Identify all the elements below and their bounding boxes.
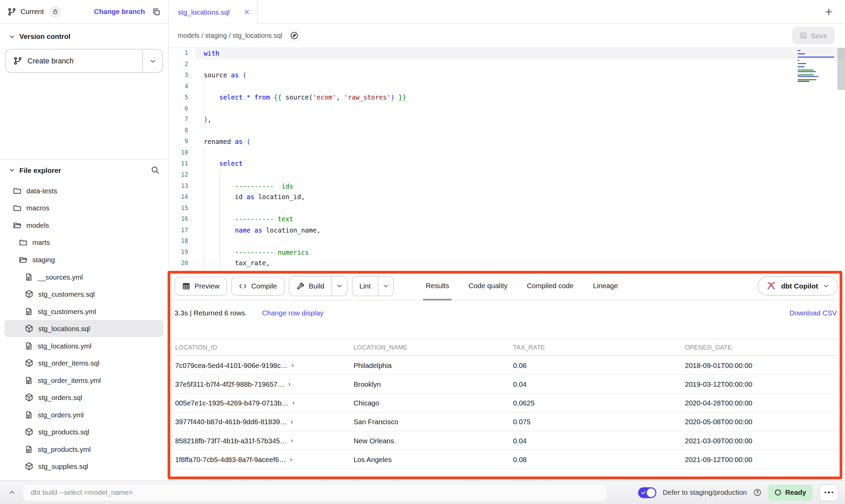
tree-item-stg-order-items-sql[interactable]: stg_order_items.sql	[4, 354, 164, 372]
table-row[interactable]: 1f8ffa70-7cb5-4d83-8a7f-9aceef6…›Los Ang…	[174, 450, 839, 469]
new-tab-button[interactable]	[825, 8, 833, 16]
defer-toggle[interactable]	[638, 487, 656, 498]
lineage-compass-icon[interactable]	[288, 29, 301, 42]
code-line-6[interactable]: 6	[169, 103, 845, 114]
tree-item-stg-customers-yml[interactable]: stg_customers.yml	[4, 302, 164, 320]
panel-tab-results[interactable]: Results	[423, 272, 452, 300]
help-icon[interactable]	[754, 488, 762, 496]
close-icon[interactable]	[244, 9, 250, 15]
code-line-17[interactable]: 17 name as location_name,	[169, 225, 845, 236]
code-line-12[interactable]: 12	[169, 169, 845, 180]
more-options-button[interactable]	[819, 484, 839, 501]
expand-row-chevron-icon[interactable]: ›	[291, 361, 294, 368]
tree-item-staging[interactable]: staging	[4, 251, 164, 268]
line-number: 8	[169, 125, 196, 136]
chevron-up-icon[interactable]	[9, 489, 16, 496]
cell-tax-rate: 0.04	[512, 436, 684, 445]
command-input[interactable]	[23, 484, 607, 500]
tree-item-stg-customers-sql[interactable]: stg_customers.sql	[4, 285, 164, 303]
expand-row-chevron-icon[interactable]: ›	[292, 399, 295, 406]
tree-item-stg-orders-yml[interactable]: stg_orders.yml	[4, 406, 164, 424]
lint-button[interactable]: Lint	[352, 277, 377, 295]
code-line-15[interactable]: 15	[169, 203, 845, 214]
compile-button[interactable]: Compile	[231, 277, 285, 295]
panel-tab-compiled-code[interactable]: Compiled code	[524, 272, 576, 300]
tree-item-stg-products-yml[interactable]: stg_products.yml	[4, 441, 164, 458]
create-branch-dropdown[interactable]	[142, 49, 162, 72]
main-area: stg_locations.sql models / staging / stg…	[169, 0, 845, 480]
file-explorer-header[interactable]: File explorer	[4, 164, 164, 177]
code-line-19[interactable]: 19 ---------- numerics	[169, 247, 845, 258]
model-file-icon	[25, 324, 33, 333]
tree-item-stg-orders-sql[interactable]: stg_orders.sql	[4, 389, 164, 406]
table-row[interactable]: 37e5f311-b7f4-4f2f-988b-719657…›Brooklyn…	[174, 375, 839, 394]
line-number: 9	[169, 136, 196, 147]
change-row-display-link[interactable]: Change row display	[262, 309, 324, 317]
code-line-18[interactable]: 18	[169, 236, 845, 247]
chevron-down-icon	[9, 33, 15, 40]
tree-item-stg-order-items-yml[interactable]: stg_order_items.yml	[4, 372, 164, 389]
panel-tab-code-quality[interactable]: Code quality	[466, 272, 510, 300]
change-branch-link[interactable]: Change branch	[94, 8, 145, 16]
version-control-header[interactable]: Version control	[4, 30, 164, 42]
table-row[interactable]: 858218fb-73f7-4b1b-a31f-57b345…›New Orle…	[174, 431, 839, 450]
dbt-copilot-icon	[767, 281, 776, 291]
create-branch-button[interactable]: Create branch	[5, 49, 163, 73]
tree-item-stg-locations-sql[interactable]: stg_locations.sql	[4, 320, 164, 337]
code-line-1[interactable]: 1with	[169, 48, 845, 59]
build-button[interactable]: Build	[289, 277, 331, 295]
code-line-3[interactable]: 3source as (	[169, 70, 845, 81]
build-dropdown[interactable]	[331, 277, 347, 295]
model-file-icon	[25, 462, 33, 471]
code-line-2[interactable]: 2	[169, 59, 845, 70]
panel-tab-lineage[interactable]: Lineage	[590, 272, 621, 300]
tree-item-models[interactable]: models	[4, 217, 164, 234]
code-line-5[interactable]: 5 select * from {{ source('ecom', 'raw_s…	[169, 92, 845, 103]
expand-row-chevron-icon[interactable]: ›	[291, 418, 293, 425]
table-row[interactable]: 005e7e1c-1935-4269-b479-0713b…›Chicago0.…	[174, 394, 839, 412]
tree-item-label: stg_order_items.yml	[38, 376, 101, 384]
tree-item-stg-locations-yml[interactable]: stg_locations.yml	[4, 337, 164, 355]
dbt-copilot-button[interactable]: dbt Copilot	[758, 276, 838, 296]
branch-lock-badge	[49, 6, 61, 18]
folder-icon	[13, 186, 22, 195]
code-line-14[interactable]: 14 id as location_id,	[169, 192, 845, 203]
tree-item-marts[interactable]: marts	[4, 234, 164, 251]
code-line-9[interactable]: 9renamed as (	[169, 136, 845, 147]
tree-item-stg-products-sql[interactable]: stg_products.sql	[4, 423, 164, 441]
code-line-4[interactable]: 4	[169, 81, 845, 92]
tree-item-macros[interactable]: macros	[4, 199, 164, 217]
code-line-11[interactable]: 11 select	[169, 159, 845, 169]
preview-button[interactable]: Preview	[175, 277, 227, 295]
expand-row-chevron-icon[interactable]: ›	[291, 436, 293, 444]
editor-scrollbar[interactable]	[837, 48, 845, 90]
table-row[interactable]: 7c079cea-5ed4-4101-906e-9198c…›Philadelp…	[174, 356, 839, 375]
code-line-16[interactable]: 16 ---------- text	[169, 214, 845, 225]
search-icon[interactable]	[151, 166, 159, 174]
tree-item-data-tests[interactable]: data-tests	[4, 182, 164, 199]
tab-stg-locations-sql[interactable]: stg_locations.sql	[169, 0, 258, 24]
code-line-10[interactable]: 10	[169, 148, 845, 159]
tree-item-label: stg_supplies.sql	[38, 462, 88, 471]
code-line-13[interactable]: 13 ---------- ids	[169, 181, 845, 192]
copy-icon[interactable]	[152, 7, 160, 16]
tree-item-stg-supplies-sql[interactable]: stg_supplies.sql	[4, 458, 164, 475]
save-button[interactable]: Save	[792, 27, 835, 44]
code-line-content	[196, 148, 845, 159]
code-line-20[interactable]: 20 tax_rate,	[169, 258, 845, 269]
column-header-opened_date: OPENED_DATE	[684, 344, 839, 351]
code-editor[interactable]: 1with23source as (45 select * from {{ so…	[169, 48, 845, 271]
download-csv-link[interactable]: Download CSV	[789, 309, 837, 317]
chevron-down-icon	[336, 283, 343, 289]
expand-row-chevron-icon[interactable]: ›	[290, 455, 292, 462]
expand-row-chevron-icon[interactable]: ›	[288, 380, 291, 387]
editor-minimap[interactable]	[798, 50, 836, 83]
lint-dropdown[interactable]	[378, 277, 393, 295]
table-row[interactable]: 3977f440-b87d-461b-9dd6-81839…›San Franc…	[174, 413, 839, 431]
code-line-8[interactable]: 8	[169, 125, 845, 136]
tree-item--sources-yml[interactable]: __sources.yml	[4, 268, 164, 285]
code-line-7[interactable]: 7),	[169, 114, 845, 125]
create-branch-main[interactable]: Create branch	[6, 49, 142, 72]
lint-button-group: Lint	[352, 276, 394, 296]
folder-icon	[19, 238, 27, 247]
